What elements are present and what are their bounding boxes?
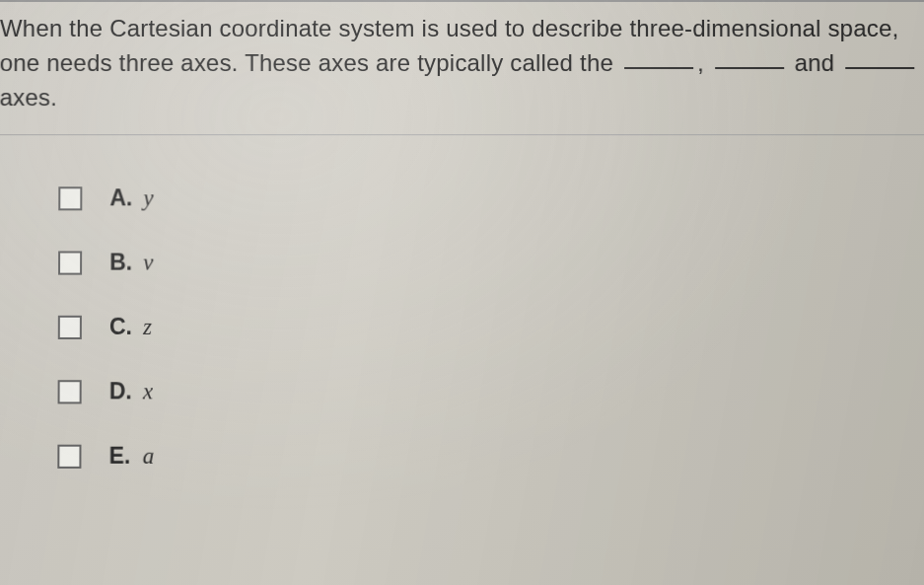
- checkbox-c[interactable]: [58, 316, 82, 339]
- option-letter-b: B.: [109, 250, 135, 276]
- option-value-b: v: [143, 250, 153, 275]
- option-letter-a: A.: [109, 185, 135, 212]
- options-block: A. y B. v C. z D. x E. a: [0, 136, 924, 471]
- question-block: When the Cartesian coordinate system is …: [0, 4, 924, 136]
- checkbox-b[interactable]: [58, 251, 82, 274]
- question-part3: and: [788, 49, 842, 76]
- blank-2: [715, 45, 784, 69]
- option-c[interactable]: C. z: [58, 314, 924, 340]
- option-value-c: z: [143, 315, 152, 340]
- option-e[interactable]: E. a: [57, 443, 924, 470]
- option-value-d: x: [143, 379, 153, 404]
- question-part4: axes.: [0, 84, 57, 110]
- blank-1: [624, 45, 693, 69]
- question-page: When the Cartesian coordinate system is …: [0, 0, 924, 470]
- option-b[interactable]: B. v: [58, 250, 924, 276]
- option-value-a: y: [143, 185, 153, 211]
- option-letter-d: D.: [109, 379, 135, 405]
- blank-3: [845, 45, 914, 69]
- option-letter-c: C.: [109, 314, 135, 340]
- option-d[interactable]: D. x: [58, 379, 924, 405]
- question-part2: ,: [697, 49, 711, 76]
- question-text: When the Cartesian coordinate system is …: [0, 15, 918, 110]
- option-letter-e: E.: [109, 443, 135, 470]
- top-divider: [0, 0, 924, 2]
- checkbox-e[interactable]: [57, 445, 81, 469]
- checkbox-d[interactable]: [58, 380, 82, 403]
- option-value-e: a: [143, 444, 155, 470]
- option-a[interactable]: A. y: [58, 185, 924, 212]
- checkbox-a[interactable]: [58, 186, 82, 210]
